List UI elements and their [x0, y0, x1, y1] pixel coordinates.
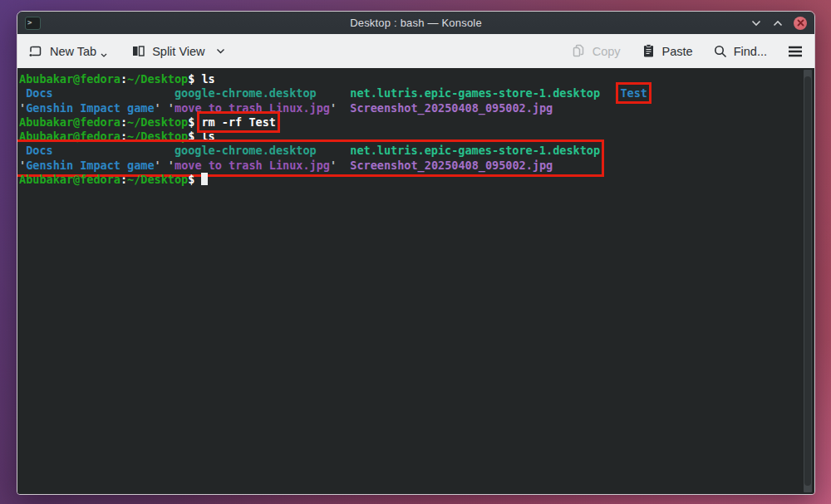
konsole-app-icon: > — [25, 17, 41, 30]
titlebar[interactable]: > Desktop : bash — Konsole — [17, 12, 814, 34]
terminal-line: Docs google-chrome.desktop net.lutris.ep… — [19, 144, 600, 158]
split-view-label: Split View — [152, 45, 204, 58]
highlight-box: Test — [620, 86, 647, 100]
chevron-down-icon — [101, 53, 107, 57]
copy-button[interactable]: Copy — [571, 43, 621, 59]
paste-label: Paste — [662, 45, 693, 58]
magnifier-icon — [713, 44, 728, 59]
close-button[interactable] — [794, 17, 807, 30]
terminal-line: Docs google-chrome.desktop net.lutris.ep… — [19, 86, 799, 100]
terminal-line: Abubakar@fedora:~/Desktop$ rm -rf Test — [19, 115, 799, 130]
hamburger-icon — [787, 45, 804, 58]
split-columns-icon — [130, 43, 146, 59]
terminal-line: Abubakar@fedora:~/Desktop$ — [19, 173, 799, 187]
highlight-box-ls-output: Docs google-chrome.desktop net.lutris.ep… — [19, 144, 600, 173]
maximize-button[interactable] — [772, 17, 784, 29]
chevron-down-icon — [216, 48, 225, 54]
minimize-button[interactable] — [750, 17, 762, 29]
terminal-area[interactable]: Abubakar@fedora:~/Desktop$ ls Docs googl… — [17, 68, 814, 494]
find-button[interactable]: Find... — [713, 44, 767, 59]
terminal-line: Abubakar@fedora:~/Desktop$ ls — [19, 130, 799, 144]
copy-label: Copy — [593, 45, 621, 58]
konsole-window: > Desktop : bash — Konsole New — [17, 11, 815, 495]
terminal-output: Abubakar@fedora:~/Desktop$ ls Docs googl… — [19, 72, 799, 187]
copy-pages-icon — [571, 43, 587, 59]
split-view-button[interactable]: Split View — [130, 43, 224, 59]
terminal-line: Abubakar@fedora:~/Desktop$ ls — [19, 72, 799, 86]
terminal-line: 'Genshin Impact game' 'move to trash Lin… — [19, 101, 799, 115]
tab-plus-icon — [28, 43, 44, 59]
new-tab-label: New Tab — [50, 45, 96, 58]
terminal-cursor — [201, 173, 208, 185]
clipboard-icon — [641, 43, 656, 59]
scrollbar-thumb[interactable] — [804, 76, 811, 486]
new-tab-button[interactable]: New Tab — [28, 43, 107, 59]
terminal-line: 'Genshin Impact game' 'move to trash Lin… — [19, 159, 600, 173]
toolbar: New Tab Split View — [17, 34, 814, 68]
highlight-box: rm -rf Test — [201, 115, 275, 129]
paste-button[interactable]: Paste — [641, 43, 693, 59]
find-label: Find... — [734, 45, 767, 58]
window-title: Desktop : bash — Konsole — [17, 17, 814, 29]
scrollbar-track[interactable] — [804, 70, 812, 492]
menu-button[interactable] — [787, 45, 804, 58]
